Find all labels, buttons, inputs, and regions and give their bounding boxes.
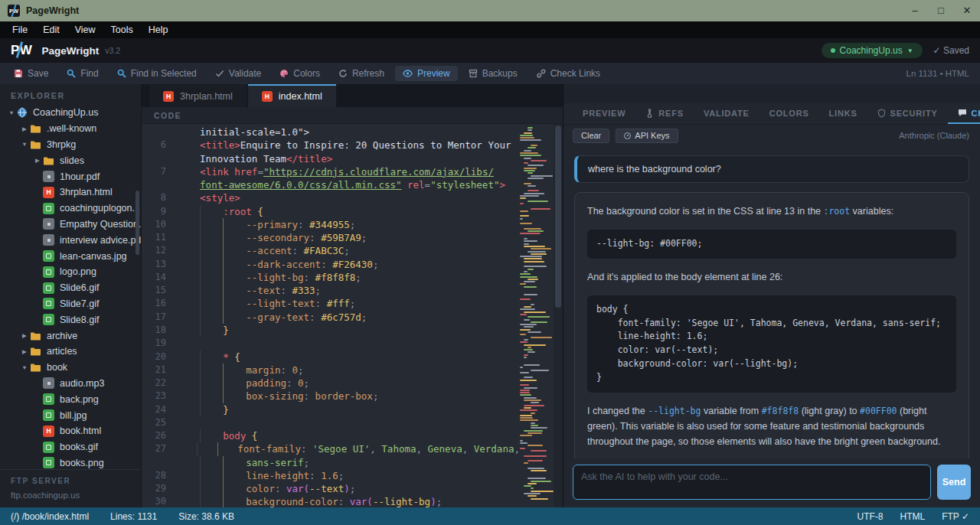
code-line: 6<title>Enquire to Inspire: 20 Questions… xyxy=(142,139,520,152)
colors-button[interactable]: Colors xyxy=(272,66,328,81)
minimize-button[interactable]: – xyxy=(902,0,928,21)
panel-tab-refs[interactable]: REFS xyxy=(635,103,694,124)
close-button[interactable]: ✕ xyxy=(954,0,980,21)
chat-input-row: Send xyxy=(564,458,980,507)
tree-file-empathy-question-[interactable]: Empathy Question... xyxy=(0,217,141,233)
panel-tab-colors[interactable]: COLORS xyxy=(760,103,819,124)
tree-folder-book[interactable]: ▼book xyxy=(0,360,141,376)
code-line: 25 xyxy=(142,416,520,429)
preview-button[interactable]: Preview xyxy=(395,66,458,81)
chat-input[interactable] xyxy=(573,465,931,500)
editor-scrollbar[interactable] xyxy=(554,124,563,507)
tree-file-books-gif[interactable]: books.gif xyxy=(0,439,141,455)
backups-button[interactable]: Backups xyxy=(461,66,525,81)
tree-file-audio-mp3[interactable]: audio.mp3 xyxy=(0,376,141,392)
chat-messages: where is the background color? The backg… xyxy=(564,146,980,458)
save-button[interactable]: Save xyxy=(6,66,56,81)
panel-tab-security[interactable]: SECURITY xyxy=(867,103,948,124)
editor-tab-bar: H3hrplan.htmlHindex.html xyxy=(142,84,563,107)
minimap[interactable] xyxy=(520,127,552,504)
tree-folder-archive[interactable]: ▶archive xyxy=(0,328,141,344)
tree-file-logo-png[interactable]: logo.png xyxy=(0,264,141,280)
tree-file-1hour-pdf[interactable]: 1hour.pdf xyxy=(0,168,141,184)
chevron-right-icon[interactable]: ▶ xyxy=(32,157,43,164)
editor-tab-index-html[interactable]: Hindex.html xyxy=(248,84,336,107)
menu-item-help[interactable]: Help xyxy=(141,21,176,38)
ai-chat-message: The background color is set in the CSS a… xyxy=(574,192,969,458)
chevron-down-icon[interactable]: ▼ xyxy=(6,109,17,116)
tree-folder-slides[interactable]: ▶slides xyxy=(0,152,141,168)
tree-file-bill-jpg[interactable]: bill.jpg xyxy=(0,407,141,423)
tree-folder--well-known[interactable]: ▶.well-known xyxy=(0,121,141,137)
send-button[interactable]: Send xyxy=(937,465,971,500)
code-line: initial-scale=1.0"> xyxy=(142,126,520,139)
ai-paragraph: I changed the --light-bg variable from #… xyxy=(587,403,956,449)
sidebar-scrollbar-thumb[interactable] xyxy=(136,191,139,255)
editor-tab-3hrplan-html[interactable]: H3hrplan.html xyxy=(149,84,247,107)
window-title: PageWright xyxy=(26,5,79,16)
gear-icon xyxy=(624,132,631,139)
menu-item-view[interactable]: View xyxy=(67,21,103,38)
menu-bar: FileEditViewToolsHelp xyxy=(0,21,980,38)
chevron-right-icon[interactable]: ▶ xyxy=(19,348,30,355)
image-file-icon xyxy=(43,250,54,262)
file-icon xyxy=(43,234,54,246)
tree-file-slide6-gif[interactable]: Slide6.gif xyxy=(0,280,141,296)
tree-file-coachinguplogon-[interactable]: coachinguplogon... xyxy=(0,201,141,217)
archive-icon xyxy=(469,69,478,78)
tree-file-3hrplan-html[interactable]: H3hrplan.html xyxy=(0,184,141,201)
maximize-button[interactable]: □ xyxy=(928,0,954,21)
inline-code: :root xyxy=(824,206,851,217)
panel-tab-preview[interactable]: PREVIEW xyxy=(573,103,635,124)
explorer-sidebar: EXPLORER ▼CoachingUp.us▶.well-known▼3hrp… xyxy=(0,84,142,507)
code-content[interactable]: initial-scale=1.0">6<title>Enquire to In… xyxy=(142,126,520,507)
html-file-icon: H xyxy=(43,187,54,198)
refresh-button[interactable]: Refresh xyxy=(331,66,392,81)
tree-file-lean-canvas-jpg[interactable]: lean-canvas.jpg xyxy=(0,248,141,264)
check-links-button[interactable]: Check Links xyxy=(528,66,608,81)
folder-icon xyxy=(30,347,41,356)
chevron-down-icon: ▼ xyxy=(907,47,913,54)
tree-file-book-html[interactable]: Hbook.html xyxy=(0,423,141,439)
chevron-right-icon[interactable]: ▶ xyxy=(19,126,30,132)
code-line: 24} xyxy=(142,403,520,416)
tree-file-slide8-gif[interactable]: Slide8.gif xyxy=(0,311,141,328)
file-icon xyxy=(43,171,54,182)
clear-chat-button[interactable]: Clear xyxy=(573,129,609,143)
tree-file-books-png[interactable]: books.png xyxy=(0,455,141,469)
tree-file-back-png[interactable]: back.png xyxy=(0,391,141,407)
flask-icon xyxy=(645,109,654,118)
code-line: sans-serif; xyxy=(142,456,520,469)
find-in-selected-button[interactable]: Find in Selected xyxy=(109,66,204,81)
file-icon xyxy=(43,218,54,230)
panel-tab-validate[interactable]: VALIDATE xyxy=(694,103,760,124)
tree-folder-articles[interactable]: ▶articles xyxy=(0,344,141,360)
tree-file-interview-advice-pdf[interactable]: interview advice.pdf xyxy=(0,232,141,248)
find-button[interactable]: Find xyxy=(59,66,106,81)
code-line: Innovation Team</title> xyxy=(142,152,520,165)
panel-tab-chat[interactable]: CHAT xyxy=(948,103,980,124)
code-line: 12--accent: #FABC3C; xyxy=(142,244,520,257)
api-keys-button[interactable]: API Keys xyxy=(616,129,678,143)
scrollbar-thumb[interactable] xyxy=(555,126,561,308)
chevron-right-icon[interactable]: ▶ xyxy=(19,332,30,339)
title-bar: PW PageWright – □ ✕ xyxy=(0,0,980,21)
chevron-down-icon[interactable]: ▼ xyxy=(19,141,30,148)
inline-code: --light-bg xyxy=(648,406,701,416)
menu-item-edit[interactable]: Edit xyxy=(35,21,67,38)
chevron-down-icon[interactable]: ▼ xyxy=(19,364,30,371)
shield-icon xyxy=(877,109,886,118)
tree-folder-3hrpkg[interactable]: ▼3hrpkg xyxy=(0,137,141,153)
ftp-title: FTP SERVER xyxy=(11,477,130,485)
menu-item-file[interactable]: File xyxy=(5,21,35,38)
code-line: 20* { xyxy=(142,351,520,364)
tree-folder-coachingup-us[interactable]: ▼CoachingUp.us xyxy=(0,105,141,121)
tree-file-slide7-gif[interactable]: Slide7.gif xyxy=(0,296,141,312)
menu-item-tools[interactable]: Tools xyxy=(103,21,141,38)
inline-code: #f8f8f8 xyxy=(762,406,799,416)
code-line: 17--gray-text: #6c757d; xyxy=(142,311,520,324)
code-line: 18} xyxy=(142,324,520,337)
validate-button[interactable]: Validate xyxy=(207,66,269,81)
site-selector[interactable]: CoachingUp.us ▼ xyxy=(822,43,923,58)
panel-tab-links[interactable]: LINKS xyxy=(819,103,867,124)
